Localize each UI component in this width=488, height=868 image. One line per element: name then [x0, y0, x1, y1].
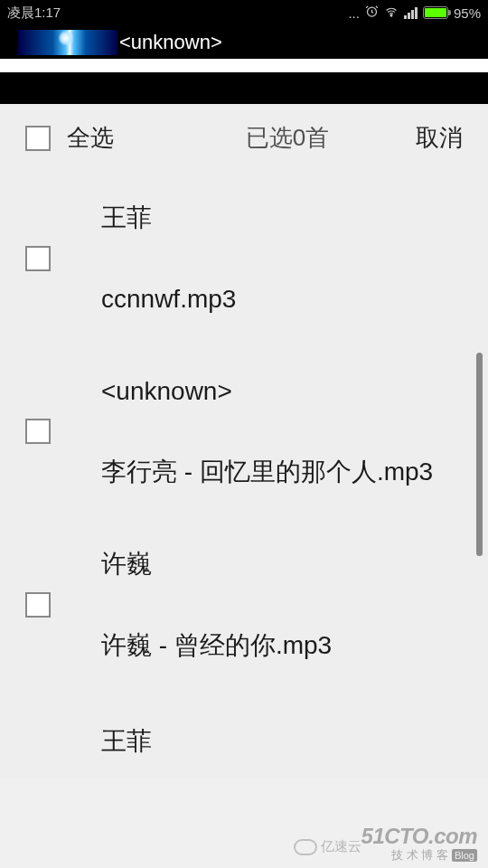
list-item[interactable]: 王菲: [0, 692, 488, 769]
app-title-bar: <unknown>: [0, 25, 488, 59]
status-bar: 凌晨1:17 ... 95%: [0, 0, 488, 25]
cancel-button[interactable]: 取消: [416, 122, 463, 154]
battery-percent: 95%: [454, 5, 481, 21]
item-texts: 许巍 许巍 - 曾经的你.mp3: [101, 524, 488, 686]
list-item[interactable]: 王菲 ccnnwf.mp3: [0, 172, 488, 345]
gap-bar: [0, 59, 488, 72]
scrollbar[interactable]: [476, 353, 483, 556]
item-artist: 许巍: [101, 524, 445, 605]
select-all-checkbox[interactable]: [25, 126, 51, 151]
item-filename: 李行亮 - 回忆里的那个人.mp3: [101, 431, 445, 513]
cloud-icon: [294, 839, 317, 855]
wifi-icon: [384, 5, 399, 21]
app-title: <unknown>: [119, 31, 222, 54]
watermark-main: 51CTO.com: [361, 824, 477, 849]
watermark-side-text: 亿速云: [321, 838, 361, 855]
item-artist: 王菲: [101, 701, 445, 764]
list-item[interactable]: <unknown> 李行亮 - 回忆里的那个人.mp3: [0, 345, 488, 519]
music-list[interactable]: 王菲 ccnnwf.mp3 <unknown> 李行亮 - 回忆里的那个人.mp…: [0, 172, 488, 778]
content-area: 全选 已选0首 取消 王菲 ccnnwf.mp3 <unknown> 李行亮 -…: [0, 104, 488, 778]
signal-icon: [404, 7, 418, 19]
watermark-sub: 技 术 博 客Blog: [361, 849, 477, 863]
item-texts: 王菲 ccnnwf.mp3: [101, 177, 488, 340]
item-checkbox[interactable]: [25, 246, 51, 271]
list-item[interactable]: 许巍 许巍 - 曾经的你.mp3: [0, 518, 488, 692]
item-checkbox[interactable]: [25, 592, 51, 618]
status-dots: ...: [348, 5, 360, 21]
item-texts: <unknown> 李行亮 - 回忆里的那个人.mp3: [101, 351, 488, 514]
selection-controls: 全选 已选0首 取消: [0, 104, 488, 172]
item-artist: 王菲: [101, 177, 445, 259]
watermark-side: 亿速云: [294, 838, 361, 855]
svg-point-1: [390, 14, 392, 16]
item-filename: 许巍 - 曾经的你.mp3: [101, 605, 445, 686]
watermark-blog-badge: Blog: [452, 849, 477, 862]
item-checkbox[interactable]: [25, 419, 51, 444]
toolbar-spacer: [0, 72, 488, 104]
watermark-sub-text: 技 术 博 客: [391, 848, 448, 862]
album-thumbnail: [18, 30, 117, 55]
status-right: ... 95%: [348, 5, 481, 21]
status-time: 凌晨1:17: [7, 5, 61, 22]
alarm-icon: [365, 5, 379, 21]
item-texts: 王菲: [101, 701, 488, 764]
watermark: 51CTO.com 技 术 博 客Blog: [361, 824, 477, 863]
select-all-label[interactable]: 全选: [67, 122, 114, 154]
item-filename: ccnnwf.mp3: [101, 259, 445, 340]
selected-count: 已选0首: [201, 122, 329, 154]
item-artist: <unknown>: [101, 351, 445, 432]
battery-icon: [423, 6, 448, 19]
